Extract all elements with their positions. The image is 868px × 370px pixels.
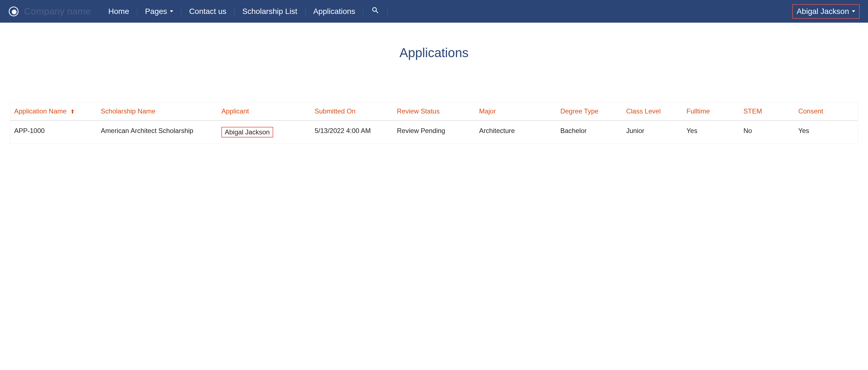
nav-pages[interactable]: Pages [137,7,181,16]
col-fulltime[interactable]: Fulltime [684,102,741,120]
nav-links: Home Pages Contact us Scholarship List A… [100,6,388,17]
search-icon [371,6,379,17]
col-application-name-label: Application Name [14,107,67,115]
nav-right: Abigal Jackson [785,4,860,19]
applications-table-wrap: Application Name ⬆ Scholarship Name Appl… [10,102,858,144]
col-consent[interactable]: Consent [796,102,858,120]
navbar: Company name Home Pages Contact us Schol… [0,0,868,23]
col-stem-label: STEM [744,107,762,115]
nav-applications-label: Applications [313,7,355,16]
nav-pages-label: Pages [145,7,167,16]
nav-scholarship-list-label: Scholarship List [242,7,298,16]
col-review-status-label: Review Status [397,107,439,115]
cell-application-name: APP-1000 [10,120,98,144]
table-header-row: Application Name ⬆ Scholarship Name Appl… [10,102,858,120]
nav-scholarship-list[interactable]: Scholarship List [235,7,305,16]
svg-point-1 [12,9,17,14]
nav-contact[interactable]: Contact us [181,7,234,16]
col-degree-type[interactable]: Degree Type [558,102,623,120]
col-applicant-label: Applicant [221,107,249,115]
nav-contact-label: Contact us [189,7,226,16]
cell-major: Architecture [476,120,558,144]
nav-home-label: Home [108,7,129,16]
cell-class-level: Junior [623,120,684,144]
chevron-down-icon [170,10,173,12]
col-class-level-label: Class Level [626,107,660,115]
col-major[interactable]: Major [476,102,558,120]
col-scholarship-name[interactable]: Scholarship Name [98,102,219,120]
col-class-level[interactable]: Class Level [623,102,684,120]
cell-stem: No [741,120,796,144]
cell-degree-type: Bachelor [558,120,623,144]
col-scholarship-name-label: Scholarship Name [101,107,155,115]
cell-applicant-highlight: Abigal Jackson [221,127,273,138]
applications-table: Application Name ⬆ Scholarship Name Appl… [10,102,858,144]
col-degree-type-label: Degree Type [560,107,598,115]
logo-icon [8,6,19,17]
nav-home[interactable]: Home [100,7,137,16]
col-major-label: Major [479,107,496,115]
col-stem[interactable]: STEM [741,102,796,120]
page-title: Applications [0,45,868,60]
user-name: Abigal Jackson [797,7,849,16]
col-review-status[interactable]: Review Status [394,102,476,120]
col-fulltime-label: Fulltime [686,107,710,115]
table-row[interactable]: APP-1000 American Architect Scholarship … [10,120,858,144]
cell-applicant: Abigal Jackson [219,120,312,144]
col-submitted-on[interactable]: Submitted On [312,102,394,120]
company-name: Company name [24,6,91,17]
nav-search[interactable] [363,6,388,17]
col-applicant[interactable]: Applicant [219,102,312,120]
nav-applications[interactable]: Applications [306,7,363,16]
cell-consent: Yes [796,120,858,144]
col-application-name[interactable]: Application Name ⬆ [10,102,98,120]
sort-asc-icon: ⬆ [70,108,75,115]
cell-scholarship-name: American Architect Scholarship [98,120,219,144]
cell-submitted-on: 5/13/2022 4:00 AM [312,120,394,144]
chevron-down-icon [852,10,855,12]
cell-review-status: Review Pending [394,120,476,144]
cell-fulltime: Yes [684,120,741,144]
user-menu[interactable]: Abigal Jackson [792,4,860,19]
col-submitted-on-label: Submitted On [315,107,355,115]
col-consent-label: Consent [798,107,823,115]
